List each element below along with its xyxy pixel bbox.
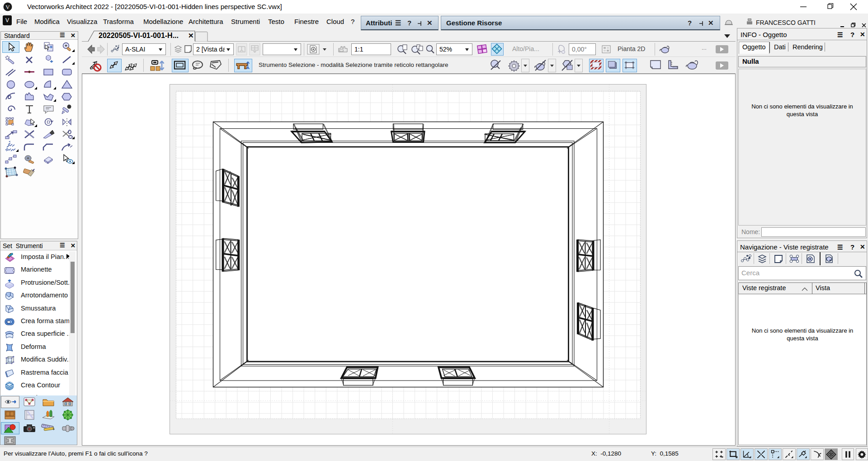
svg-text:0 1 2: 0 1 2 <box>340 50 344 52</box>
svg-text:V: V <box>5 17 9 24</box>
svg-text:V: V <box>5 4 10 10</box>
